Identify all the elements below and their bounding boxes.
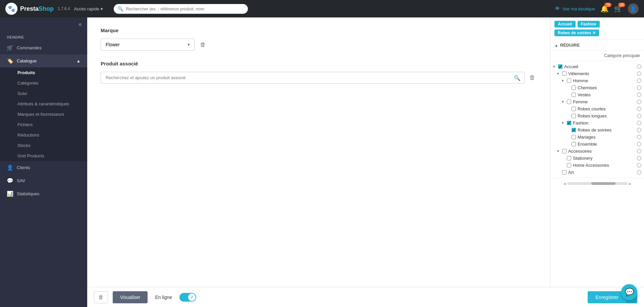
cat-checkbox-stationery[interactable] (567, 156, 571, 160)
cat-checkbox-home-accessories[interactable] (567, 163, 571, 167)
sidebar-item-grid-products[interactable]: Grid Products (0, 151, 87, 161)
cat-checkbox-femme[interactable] (567, 100, 571, 104)
scroll-right-button[interactable]: ▸ (629, 181, 631, 186)
brand-select-wrapper: Flower Nike Adidas (101, 39, 195, 51)
sidebar-collapse-button[interactable]: « (78, 21, 82, 28)
cat-radio-home-accessories[interactable] (637, 163, 641, 167)
cat-row-stationery: ▾ Stationery (550, 155, 644, 162)
cart-button[interactable]: 🛒 28 (614, 5, 623, 13)
logo-icon: 🐾 (5, 3, 17, 15)
cat-radio-accessoires[interactable] (637, 149, 641, 153)
cat-radio-robes-longues[interactable] (637, 114, 641, 118)
toggle-switch[interactable]: ✓ (179, 293, 196, 302)
chevron-down-icon[interactable]: ▾ (562, 121, 566, 125)
cat-radio-chemises[interactable] (637, 86, 641, 90)
cat-radio-femme[interactable] (637, 100, 641, 104)
sidebar: « VENDRE 🛒 Commandes 🏷️ Catalogue ▲ Prod… (0, 17, 87, 307)
avatar[interactable]: 👤 (628, 3, 639, 14)
assoc-search-row: 🔍 🗑 (101, 72, 537, 84)
chevron-down-icon[interactable]: ▾ (562, 79, 566, 83)
chat-bubble-button[interactable]: 💬 (621, 284, 637, 300)
chevron-up-icon: ▲ (76, 59, 80, 63)
sidebar-item-produits[interactable]: Produits (0, 67, 87, 78)
footer-delete-button[interactable]: 🗑 (94, 291, 108, 303)
tag-accueil[interactable]: Accueil (554, 21, 576, 28)
sidebar-item-suivi[interactable]: Suivi (0, 88, 87, 99)
cat-checkbox-vestes[interactable] (572, 93, 576, 97)
chevron-down-icon: ▾ (101, 6, 103, 11)
tag-robes-soirees[interactable]: Robes de soirées ✕ (554, 30, 599, 36)
chevron-down-icon[interactable]: ▾ (553, 64, 557, 69)
brand-delete-button[interactable]: 🗑 (199, 40, 207, 50)
cat-checkbox-art[interactable] (562, 170, 567, 174)
cat-radio-ensemble[interactable] (637, 142, 641, 146)
sidebar-item-attributs[interactable]: Attributs & caractéristiques (0, 99, 87, 109)
cat-checkbox-robes-longues[interactable] (572, 114, 576, 118)
cat-checkbox-fashion[interactable] (567, 121, 571, 125)
cat-radio-art[interactable] (637, 170, 641, 174)
commandes-icon: 🛒 (7, 45, 13, 51)
sidebar-item-categories[interactable]: Catégories (0, 78, 87, 88)
cat-row-ensemble: ▾ Ensemble (550, 141, 644, 148)
cart-badge: 28 (618, 3, 625, 7)
cat-radio-vestes[interactable] (637, 93, 641, 97)
chevron-down-icon[interactable]: ▾ (557, 149, 561, 153)
footer-bar: 🗑 Visualiser En ligne ✓ Enregistrer ▾ (87, 287, 644, 307)
sidebar-item-stocks[interactable]: Stocks (0, 140, 87, 151)
cat-checkbox-robes-soirees[interactable] (572, 128, 576, 132)
cat-checkbox-accueil[interactable] (558, 64, 562, 69)
cat-checkbox-mariages[interactable] (572, 135, 576, 139)
tag-close-icon[interactable]: ✕ (592, 31, 596, 35)
visualiser-button[interactable]: Visualiser (113, 291, 148, 303)
reduire-button[interactable]: ▲ RÉDUIRE (550, 40, 644, 51)
cat-row-fashion: ▾ Fashion (550, 119, 644, 126)
catalogue-icon: 🏷️ (7, 58, 13, 64)
assoc-search-input[interactable] (101, 72, 525, 84)
cat-row-robes-soirees: ▾ Robes de soirées (550, 126, 644, 134)
cat-checkbox-ensemble[interactable] (572, 142, 576, 146)
enregistrer-button[interactable]: Enregistrer (588, 291, 627, 303)
logo: 🐾 PrestaShop 1.7.6.4 (5, 3, 70, 15)
assoc-search-wrapper: 🔍 (101, 72, 525, 84)
assoc-section: Produit associé 🔍 🗑 (101, 61, 537, 84)
notifications-button[interactable]: 🔔 79 (600, 5, 609, 13)
cat-row-accueil: ▾ Accueil (550, 63, 644, 70)
cat-radio-fashion[interactable] (637, 121, 641, 125)
en-ligne-toggle[interactable]: ✓ (179, 293, 196, 302)
sidebar-item-reductions[interactable]: Réductions (0, 130, 87, 140)
cat-checkbox-chemises[interactable] (572, 86, 576, 90)
cat-checkbox-robes-courtes[interactable] (572, 107, 576, 111)
sidebar-item-commandes[interactable]: 🛒 Commandes (0, 41, 87, 54)
scroll-track[interactable] (567, 182, 628, 185)
brand-select[interactable]: Flower Nike Adidas (101, 39, 195, 51)
chevron-down-icon[interactable]: ▾ (557, 71, 561, 76)
search-input[interactable] (114, 4, 248, 14)
sidebar-item-clients[interactable]: 👤 Clients (0, 161, 87, 174)
cat-checkbox-homme[interactable] (567, 79, 571, 83)
cat-radio-stationery[interactable] (637, 156, 641, 160)
cat-radio-accueil[interactable] (637, 64, 641, 69)
sidebar-item-sav[interactable]: 💬 SAV (0, 174, 87, 187)
cat-checkbox-accessoires[interactable] (562, 149, 567, 153)
cat-radio-mariages[interactable] (637, 135, 641, 139)
cat-radio-robes-soirees[interactable] (637, 128, 641, 132)
chevron-down-icon[interactable]: ▾ (562, 100, 566, 104)
scroll-left-button[interactable]: ◂ (564, 181, 566, 186)
sidebar-item-statistiques[interactable]: 📊 Statistiques (0, 187, 87, 200)
see-boutique-button[interactable]: 👁 Voir ma boutique (555, 6, 595, 12)
sidebar-item-catalogue[interactable]: 🏷️ Catalogue ▲ (0, 54, 87, 67)
form-area: Marque Flower Nike Adidas 🗑 (87, 17, 550, 287)
tag-fashion[interactable]: Fashion (578, 21, 600, 28)
cat-radio-vetements[interactable] (637, 71, 641, 76)
search-icon: 🔍 (117, 6, 123, 11)
quick-access-button[interactable]: Accès rapide ▾ (74, 6, 103, 11)
scroll-thumb (591, 182, 615, 185)
en-ligne-label: En ligne (155, 295, 172, 300)
assoc-delete-button[interactable]: 🗑 (528, 73, 537, 83)
sidebar-item-marques[interactable]: Marques et fournisseurs (0, 109, 87, 119)
cat-radio-homme[interactable] (637, 79, 641, 83)
cat-checkbox-vetements[interactable] (562, 71, 567, 76)
cat-radio-robes-courtes[interactable] (637, 107, 641, 111)
sidebar-item-label: Catalogue (17, 58, 37, 63)
sidebar-item-fichiers[interactable]: Fichiers (0, 119, 87, 130)
